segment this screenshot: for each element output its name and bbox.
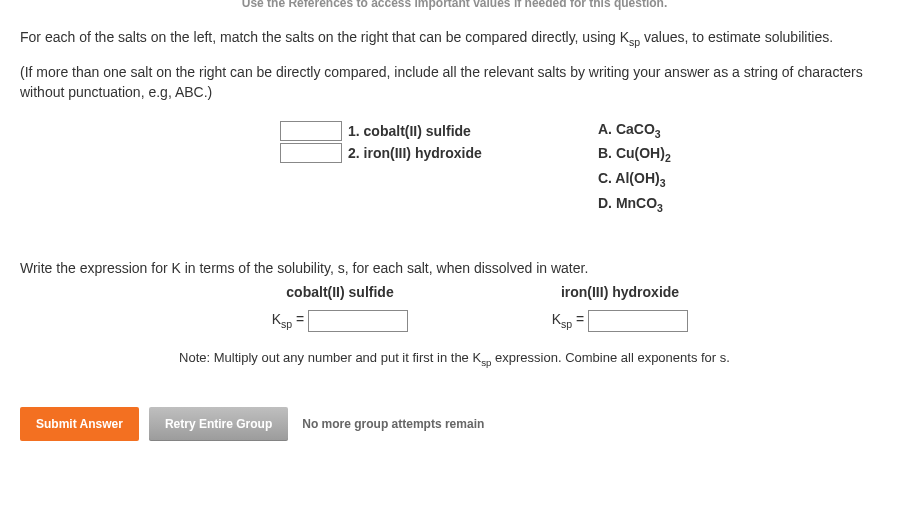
ksp-label-2-prefix: K [552, 311, 561, 327]
options-col: A. CaCO3 B. Cu(OH)2 C. Al(OH)3 D. MnCO3 [598, 121, 671, 220]
ksp-area: cobalt(II) sulfide Ksp = iron(III) hydro… [200, 284, 889, 332]
question-text: For each of the salts on the left, match… [20, 28, 889, 49]
match-label-2: 2. iron(III) hydroxide [348, 145, 598, 161]
ksp-col-1: cobalt(II) sulfide Ksp = [200, 284, 480, 332]
match-row-1: 1. cobalt(II) sulfide [280, 121, 598, 141]
ksp-note-suffix: expression. Combine all exponents for s. [491, 350, 729, 365]
ksp-expr-1: Ksp = [200, 310, 480, 332]
option-c-text: C. Al(OH) [598, 170, 660, 186]
ksp-input-1[interactable] [308, 310, 408, 332]
match-label-1: 1. cobalt(II) sulfide [348, 123, 598, 139]
option-a-sub: 3 [655, 127, 661, 139]
option-b-sub: 2 [665, 152, 671, 164]
ksp-note: Note: Multiply out any number and put it… [20, 350, 889, 368]
ksp-col-1-header: cobalt(II) sulfide [200, 284, 480, 300]
button-row: Submit Answer Retry Entire Group No more… [20, 407, 889, 441]
option-a: A. CaCO3 [598, 121, 671, 140]
match-left-col: 1. cobalt(II) sulfide 2. iron(III) hydro… [280, 121, 598, 220]
option-d-sub: 3 [657, 202, 663, 214]
ksp-expr-2: Ksp = [480, 310, 760, 332]
match-input-1[interactable] [280, 121, 342, 141]
option-c-sub: 3 [660, 177, 666, 189]
match-input-2[interactable] [280, 143, 342, 163]
match-row-2: 2. iron(III) hydroxide [280, 143, 598, 163]
ksp-label-1: Ksp = [272, 311, 305, 330]
question-text-prefix: For each of the salts on the left, match… [20, 29, 629, 45]
option-b-text: B. Cu(OH) [598, 145, 665, 161]
instruction-text: (If more than one salt on the right can … [20, 63, 889, 102]
option-c: C. Al(OH)3 [598, 170, 671, 189]
option-a-text: A. CaCO [598, 121, 655, 137]
ksp-col-2: iron(III) hydroxide Ksp = [480, 284, 760, 332]
ksp-input-2[interactable] [588, 310, 688, 332]
ksp-label-1-suffix: = [292, 311, 304, 327]
ksp-label-1-prefix: K [272, 311, 281, 327]
ksp-prompt: Write the expression for K in terms of t… [20, 260, 889, 276]
ksp-note-prefix: Note: Multiply out any number and put it… [179, 350, 481, 365]
ksp-note-sub: sp [481, 356, 491, 367]
option-d: D. MnCO3 [598, 195, 671, 214]
retry-button[interactable]: Retry Entire Group [149, 407, 288, 441]
ksp-label-2-suffix: = [572, 311, 584, 327]
option-d-text: D. MnCO [598, 195, 657, 211]
matching-area: 1. cobalt(II) sulfide 2. iron(III) hydro… [280, 121, 889, 220]
ksp-label-2: Ksp = [552, 311, 585, 330]
attempts-message: No more group attempts remain [302, 417, 484, 431]
submit-button[interactable]: Submit Answer [20, 407, 139, 441]
option-b: B. Cu(OH)2 [598, 145, 671, 164]
ksp-sub: sp [629, 36, 640, 48]
ksp-label-2-sub: sp [561, 318, 572, 330]
references-hint: Use the References to access important v… [20, 0, 889, 10]
ksp-col-2-header: iron(III) hydroxide [480, 284, 760, 300]
ksp-label-1-sub: sp [281, 318, 292, 330]
question-text-suffix: values, to estimate solubilities. [640, 29, 833, 45]
